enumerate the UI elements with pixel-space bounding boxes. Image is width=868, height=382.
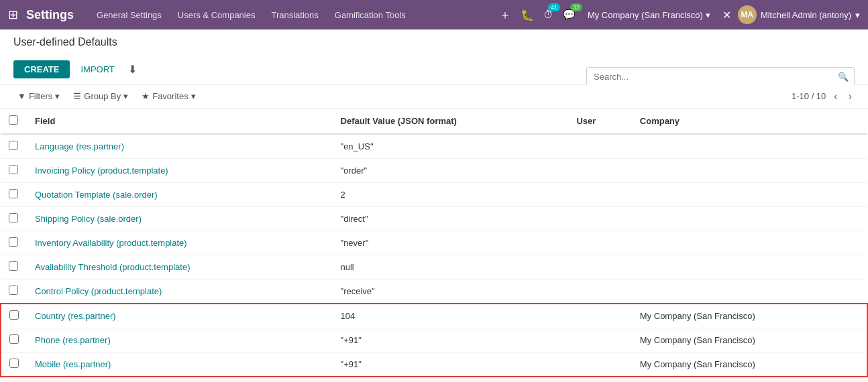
nav-general-settings[interactable]: General Settings — [90, 6, 168, 24]
row-user — [568, 353, 631, 377]
filter-bar: ▼ Filters ▾ ☰ Group By ▾ ★ Favorites ▾ 1… — [0, 84, 868, 109]
table-row[interactable]: Quotation Template (sale.order) 2 — [1, 183, 867, 207]
filter-icon: ▼ — [17, 91, 26, 101]
row-company — [632, 134, 867, 159]
row-checkbox-cell — [1, 255, 27, 279]
field-link[interactable]: Availability Threshold (product.template… — [35, 262, 190, 272]
row-checkbox-cell — [1, 159, 27, 183]
grid-icon[interactable]: ⊞ — [8, 7, 18, 22]
company-selector[interactable]: My Company (San Francisco) ▾ — [582, 7, 716, 23]
row-checkbox[interactable] — [9, 334, 19, 344]
field-link[interactable]: Mobile (res.partner) — [35, 359, 111, 369]
table-container: Field Default Value (JSON format) User C… — [0, 109, 868, 377]
group-by-label: Group By — [84, 91, 121, 101]
user-selector[interactable]: Mitchell Admin (antony) ▾ — [761, 10, 860, 20]
field-link[interactable]: Quotation Template (sale.order) — [35, 190, 158, 200]
row-checkbox[interactable] — [9, 141, 18, 150]
download-button[interactable]: ⬇ — [125, 60, 140, 78]
table-row[interactable]: Shipping Policy (sale.order) "direct" — [1, 207, 867, 231]
favorites-chevron: ▾ — [191, 91, 196, 101]
row-checkbox[interactable] — [9, 165, 18, 174]
row-company — [632, 159, 867, 183]
avatar: MA — [738, 5, 757, 24]
nav-translations[interactable]: Translations — [264, 6, 325, 24]
nav-links: General Settings Users & Companies Trans… — [90, 6, 491, 24]
search-icon[interactable]: 🔍 — [832, 68, 854, 86]
col-field: Field — [27, 109, 333, 134]
nav-gamification[interactable]: Gamification Tools — [328, 6, 413, 24]
group-by-button[interactable]: ☰ Group By ▾ — [69, 88, 132, 104]
row-field[interactable]: Inventory Availability (product.template… — [27, 231, 333, 255]
row-field[interactable]: Country (res.partner) — [27, 304, 333, 328]
row-default-value: 2 — [333, 183, 569, 207]
search-input[interactable] — [587, 68, 832, 86]
bug-icon[interactable]: 🐛 — [518, 6, 537, 24]
messages-icon[interactable]: 💬 32 — [560, 6, 578, 23]
row-company — [632, 231, 867, 255]
row-checkbox[interactable] — [9, 261, 18, 271]
row-field[interactable]: Language (res.partner) — [27, 134, 333, 159]
field-link[interactable]: Inventory Availability (product.template… — [35, 238, 187, 248]
row-checkbox[interactable] — [9, 310, 19, 320]
row-field[interactable]: Control Policy (product.template) — [27, 279, 333, 304]
row-user — [568, 328, 631, 353]
row-field[interactable]: Invoicing Policy (product.template) — [27, 159, 333, 183]
filters-chevron: ▾ — [55, 91, 60, 101]
row-field[interactable]: Availability Threshold (product.template… — [27, 255, 333, 279]
user-chevron: ▾ — [855, 10, 860, 20]
groupby-chevron: ▾ — [123, 91, 128, 101]
header-checkbox-col — [1, 109, 27, 134]
row-default-value: "never" — [333, 231, 569, 255]
pagination: 1-10 / 10 ‹ › — [792, 89, 855, 104]
row-field[interactable]: Phone (res.partner) — [27, 328, 333, 353]
row-checkbox-cell — [1, 134, 27, 159]
table-row[interactable]: Control Policy (product.template) "recei… — [1, 279, 867, 304]
add-icon[interactable]: ＋ — [496, 4, 514, 25]
table-row[interactable]: Mobile (res.partner) "+91" My Company (S… — [1, 353, 867, 377]
activity-icon[interactable]: ⏱ 41 — [541, 6, 556, 23]
row-company — [632, 255, 867, 279]
row-company — [632, 279, 867, 304]
field-link[interactable]: Control Policy (product.template) — [35, 286, 162, 296]
select-all-checkbox[interactable] — [9, 115, 18, 125]
field-link[interactable]: Phone (res.partner) — [35, 335, 111, 345]
row-company: My Company (San Francisco) — [632, 353, 867, 377]
create-button[interactable]: CREATE — [13, 60, 70, 78]
user-name: Mitchell Admin (antony) — [761, 10, 851, 20]
row-user — [568, 255, 631, 279]
row-user — [568, 159, 631, 183]
row-checkbox-cell — [1, 304, 27, 328]
table-row[interactable]: Availability Threshold (product.template… — [1, 255, 867, 279]
row-field[interactable]: Mobile (res.partner) — [27, 353, 333, 377]
prev-page-button[interactable]: ‹ — [831, 89, 840, 104]
next-page-button[interactable]: › — [846, 89, 855, 104]
star-icon: ★ — [142, 91, 150, 101]
row-company: My Company (San Francisco) — [632, 304, 867, 328]
col-company: Company — [632, 109, 867, 134]
row-checkbox[interactable] — [9, 237, 18, 247]
row-checkbox[interactable] — [9, 285, 18, 295]
field-link[interactable]: Invoicing Policy (product.template) — [35, 166, 168, 176]
col-user: User — [568, 109, 631, 134]
close-button[interactable]: ✕ — [720, 6, 734, 24]
field-link[interactable]: Shipping Policy (sale.order) — [35, 214, 142, 224]
page-title: User-defined Defaults — [13, 36, 855, 55]
row-checkbox[interactable] — [9, 189, 18, 198]
field-link[interactable]: Language (res.partner) — [35, 141, 124, 151]
table-row[interactable]: Inventory Availability (product.template… — [1, 231, 867, 255]
table-row[interactable]: Invoicing Policy (product.template) "ord… — [1, 159, 867, 183]
table-row[interactable]: Phone (res.partner) "+91" My Company (Sa… — [1, 328, 867, 353]
row-field[interactable]: Quotation Template (sale.order) — [27, 183, 333, 207]
table-row[interactable]: Country (res.partner) 104 My Company (Sa… — [1, 304, 867, 328]
row-checkbox[interactable] — [9, 359, 19, 368]
row-checkbox-cell — [1, 207, 27, 231]
row-checkbox[interactable] — [9, 213, 18, 222]
table-row[interactable]: Language (res.partner) "en_US" — [1, 134, 867, 159]
row-field[interactable]: Shipping Policy (sale.order) — [27, 207, 333, 231]
nav-users-companies[interactable]: Users & Companies — [171, 6, 262, 24]
import-button[interactable]: IMPORT — [75, 60, 119, 78]
filters-button[interactable]: ▼ Filters ▾ — [13, 88, 64, 104]
field-link[interactable]: Country (res.partner) — [35, 311, 116, 321]
row-user — [568, 207, 631, 231]
favorites-button[interactable]: ★ Favorites ▾ — [138, 88, 199, 104]
